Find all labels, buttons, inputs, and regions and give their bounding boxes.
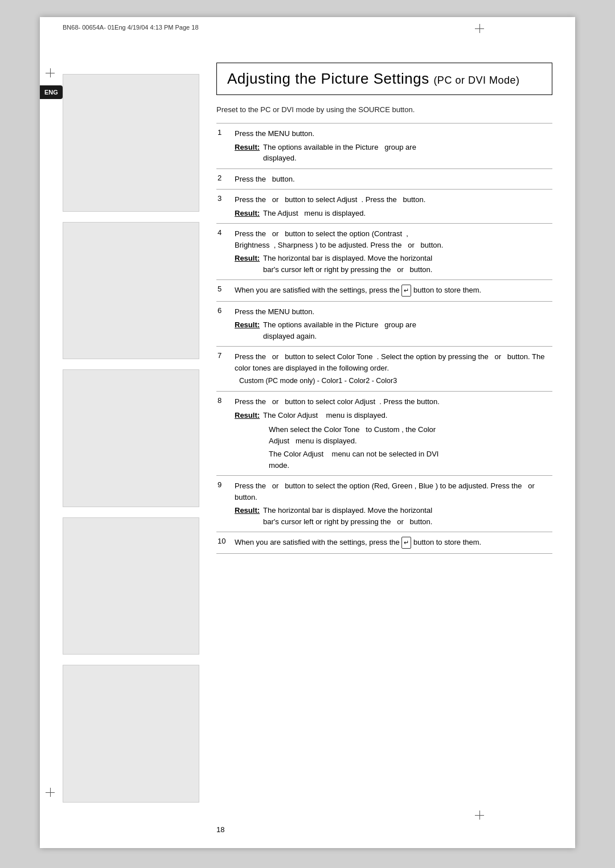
step-text-4: Press the or button to select the option… <box>235 228 550 250</box>
color-sequence: Custom (PC mode only) - Color1 - Color2 … <box>235 376 550 386</box>
step-number-2: 2 <box>216 168 232 190</box>
step-result-3: Result: The Adjust menu is displayed. <box>235 208 550 219</box>
step-result-1: Result: The options available in the Pic… <box>235 142 550 164</box>
step-extra-8a: When select the Color Tone to Custom , t… <box>269 424 550 446</box>
image-placeholder-2 <box>63 222 199 360</box>
crosshair-left-bottom <box>46 788 55 797</box>
page: BN68- 00654A- 01Eng 4/19/04 4:13 PM Page… <box>40 17 575 848</box>
step-content-7: Press the or button to select Color Tone… <box>232 347 552 392</box>
header-text: BN68- 00654A- 01Eng 4/19/04 4:13 PM Page… <box>63 24 199 31</box>
header-meta: BN68- 00654A- 01Eng 4/19/04 4:13 PM Page… <box>63 24 199 31</box>
step-text-3: Press the or button to select Adjust . P… <box>235 194 550 205</box>
result-label-9: Result: <box>235 505 260 516</box>
content-area: Adjusting the Picture Settings (PC or DV… <box>216 63 552 803</box>
step-result-9: Result: The horizontal bar is displayed.… <box>235 505 550 527</box>
step-text-6: Press the MENU button. <box>235 306 550 318</box>
page-title: Adjusting the Picture Settings (PC or DV… <box>216 63 552 95</box>
step-text-8: Press the or button to select color Adju… <box>235 396 550 408</box>
image-placeholder-5 <box>63 665 199 803</box>
result-text-6: The options available in the Picture gro… <box>263 319 416 342</box>
result-label-1: Result: <box>235 142 260 153</box>
image-placeholder-4 <box>63 517 199 655</box>
step-content-3: Press the or button to select Adjust . P… <box>232 190 552 224</box>
step-content-9: Press the or button to select the option… <box>232 476 552 532</box>
enter-icon-5: ↵ <box>401 285 411 297</box>
table-row: 7 Press the or button to select Color To… <box>216 347 552 392</box>
step-content-6: Press the MENU button. Result: The optio… <box>232 301 552 347</box>
step-number-5: 5 <box>216 280 232 302</box>
table-row: 4 Press the or button to select the opti… <box>216 224 552 280</box>
eng-badge: ENG <box>40 85 63 99</box>
step-number-7: 7 <box>216 347 232 392</box>
steps-table: 1 Press the MENU button. Result: The opt… <box>216 123 552 554</box>
step-content-2: Press the button. <box>232 168 552 190</box>
table-row: 9 Press the or button to select the opti… <box>216 476 552 532</box>
result-label-3: Result: <box>235 208 260 219</box>
step-number-6: 6 <box>216 301 232 347</box>
step-content-4: Press the or button to select the option… <box>232 224 552 280</box>
step-content-1: Press the MENU button. Result: The optio… <box>232 124 552 169</box>
step-number-10: 10 <box>216 532 232 554</box>
crosshair-top-right <box>475 24 484 33</box>
table-row: 10 When you are satisfied with the setti… <box>216 532 552 554</box>
result-text-3: The Adjust menu is displayed. <box>263 208 366 219</box>
step-number-1: 1 <box>216 124 232 169</box>
step-content-5: When you are satisfied with the settings… <box>232 280 552 302</box>
step-content-8: Press the or button to select color Adju… <box>232 392 552 476</box>
result-text-4: The horizontal bar is displayed. Move th… <box>263 253 432 275</box>
result-label-4: Result: <box>235 253 260 264</box>
step-text-10: When you are satisfied with the settings… <box>235 537 550 549</box>
result-text-9: The horizontal bar is displayed. Move th… <box>263 505 432 527</box>
step-extra-8b: The Color Adjust menu can not be selecte… <box>269 449 550 471</box>
enter-icon-10: ↵ <box>401 537 411 549</box>
result-text-8: The Color Adjust menu is displayed. <box>263 410 387 421</box>
step-content-10: When you are satisfied with the settings… <box>232 532 552 554</box>
table-row: 3 Press the or button to select Adjust .… <box>216 190 552 224</box>
page-number: 18 <box>216 825 224 834</box>
title-main: Adjusting the Picture Settings <box>227 70 429 87</box>
step-result-6: Result: The options available in the Pic… <box>235 319 550 342</box>
table-row: 5 When you are satisfied with the settin… <box>216 280 552 302</box>
left-sidebar <box>63 74 199 803</box>
title-sub: (PC or DVI Mode) <box>433 75 519 86</box>
step-text-7: Press the or button to select Color Tone… <box>235 351 550 373</box>
step-number-4: 4 <box>216 224 232 280</box>
table-row: 6 Press the MENU button. Result: The opt… <box>216 301 552 347</box>
table-row: 1 Press the MENU button. Result: The opt… <box>216 124 552 169</box>
image-placeholder-1 <box>63 74 199 212</box>
step-result-8: Result: The Color Adjust menu is display… <box>235 410 550 421</box>
crosshair-left-top <box>46 68 55 77</box>
image-placeholder-3 <box>63 369 199 507</box>
step-number-8: 8 <box>216 392 232 476</box>
table-row: 8 Press the or button to select color Ad… <box>216 392 552 476</box>
table-row: 2 Press the button. <box>216 168 552 190</box>
step-text-1: Press the MENU button. <box>235 128 550 139</box>
crosshair-bottom-right <box>475 811 484 820</box>
step-number-9: 9 <box>216 476 232 532</box>
result-label-6: Result: <box>235 319 260 331</box>
step-text-5: When you are satisfied with the settings… <box>235 285 550 297</box>
result-text-1: The options available in the Picture gro… <box>263 142 416 164</box>
result-label-8: Result: <box>235 410 260 421</box>
step-number-3: 3 <box>216 190 232 224</box>
step-result-4: Result: The horizontal bar is displayed.… <box>235 253 550 275</box>
step-text-9: Press the or button to select the option… <box>235 480 550 503</box>
step-text-2: Press the button. <box>235 174 550 185</box>
subtitle: Preset to the PC or DVI mode by using th… <box>216 105 552 114</box>
